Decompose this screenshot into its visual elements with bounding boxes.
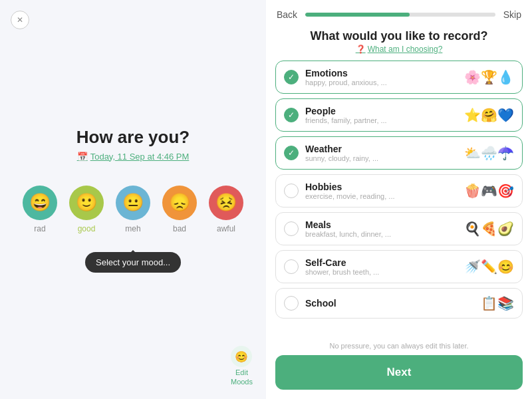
question-icon: ❓ [356,45,366,54]
category-card-hobbies[interactable]: Hobbiesexercise, movie, reading, ...🍿🎮🎯 [275,174,523,207]
check-circle-1: ✓ [284,108,299,122]
category-name-5: Self-Care [305,257,458,268]
category-icons-1: ⭐🤗💙 [464,107,514,123]
mood-face-rad: 😄 [23,186,57,220]
next-button[interactable]: Next [275,355,523,390]
mood-bad[interactable]: 😞bad [162,186,197,233]
category-card-people[interactable]: ✓Peoplefriends, family, partner, ...⭐🤗💙 [275,98,523,132]
category-icons-3: 🍿🎮🎯 [464,183,514,199]
category-card-self-care[interactable]: Self-Careshower, brush teeth, ...🚿✏️😊 [275,250,523,283]
category-icons-5: 🚿✏️😊 [464,259,514,275]
mood-tooltip: Select your mood... [85,252,181,273]
category-card-school[interactable]: School📋📚 [275,288,523,319]
check-circle-5 [284,259,299,274]
subtitle-text: What am I choosing? [368,45,443,54]
category-name-1: People [305,106,458,116]
date-label[interactable]: 📅 Today, 11 Sep at 4:46 PM [77,152,190,162]
edit-moods-label2: Moods [231,378,253,386]
progress-bar-fill [305,13,410,17]
mood-label-meh: meh [125,224,140,233]
category-text-5: Self-Careshower, brush teeth, ... [305,257,458,276]
mood-rad[interactable]: 😄rad [23,186,57,233]
bottom-area: No pressure, you can always edit this la… [266,335,532,399]
category-card-emotions[interactable]: ✓Emotionshappy, proud, anxious, ...🌸🏆💧 [275,61,523,94]
category-text-1: Peoplefriends, family, partner, ... [305,106,458,124]
mood-awful[interactable]: 😣awful [209,186,243,233]
category-name-2: Weather [305,144,458,154]
categories-list: ✓Emotionshappy, proud, anxious, ...🌸🏆💧✓P… [266,61,532,335]
mood-good[interactable]: 🙂good [69,186,104,233]
category-icons-6: 📋📚 [481,295,514,311]
category-text-3: Hobbiesexercise, movie, reading, ... [305,182,458,200]
category-name-3: Hobbies [305,182,458,192]
how-title: How are you? [76,127,190,148]
back-button[interactable]: Back [277,9,297,20]
calendar-icon: 📅 [77,152,88,162]
date-text: Today, 11 Sep at 4:46 PM [90,152,190,162]
skip-button[interactable]: Skip [503,9,521,20]
progress-bar-wrap [305,13,495,17]
check-circle-3 [284,184,299,198]
category-text-0: Emotionshappy, proud, anxious, ... [305,68,458,86]
category-text-6: School [305,298,474,309]
category-text-2: Weathersunny, cloudy, rainy, ... [305,144,458,162]
category-name-6: School [305,298,474,309]
category-desc-5: shower, brush teeth, ... [305,268,458,276]
mood-label-awful: awful [217,224,235,233]
category-card-weather[interactable]: ✓Weathersunny, cloudy, rainy, ...⛅🌧️☂️ [275,136,523,170]
category-desc-1: friends, family, partner, ... [305,116,458,124]
left-panel: ✕ How are you? 📅 Today, 11 Sep at 4:46 P… [0,0,266,399]
category-icons-0: 🌸🏆💧 [464,69,514,85]
category-desc-2: sunny, cloudy, rainy, ... [305,154,458,162]
top-nav: Back Skip [266,0,532,27]
mood-face-awful: 😣 [209,186,243,220]
mood-face-bad: 😞 [162,186,197,220]
category-card-meals[interactable]: Mealsbreakfast, lunch, dinner, ...🍳🍕🥑 [275,212,523,245]
category-icons-4: 🍳🍕🥑 [464,221,514,237]
no-pressure-text: No pressure, you can always edit this la… [275,342,523,350]
mood-label-good: good [78,224,96,233]
panel-subtitle[interactable]: ❓ What am I choosing? [266,45,532,54]
right-panel: Back Skip What would you like to record?… [266,0,532,399]
close-button[interactable]: ✕ [11,11,29,29]
category-desc-4: breakfast, lunch, dinner, ... [305,230,458,238]
category-desc-3: exercise, movie, reading, ... [305,192,458,200]
category-icons-2: ⛅🌧️☂️ [464,145,514,161]
category-desc-0: happy, proud, anxious, ... [305,78,458,86]
edit-moods-label: Edit [235,368,248,376]
check-circle-0: ✓ [284,70,299,84]
mood-label-bad: bad [173,224,186,233]
edit-moods-button[interactable]: 😊 Edit Moods [231,346,253,386]
check-circle-6 [284,296,299,311]
panel-title: What would you like to record? [277,29,521,43]
mood-label-rad: rad [34,224,45,233]
category-name-4: Meals [305,219,458,230]
check-circle-4 [284,221,299,236]
mood-face-good: 🙂 [69,186,104,220]
check-circle-2: ✓ [284,146,299,160]
mood-face-meh: 😐 [116,186,150,220]
category-name-0: Emotions [305,68,458,78]
mood-row: 😄rad🙂good😐meh😞bad😣awful [23,186,243,233]
mood-meh[interactable]: 😐meh [116,186,150,233]
edit-moods-icon: 😊 [231,346,252,367]
category-text-4: Mealsbreakfast, lunch, dinner, ... [305,219,458,238]
